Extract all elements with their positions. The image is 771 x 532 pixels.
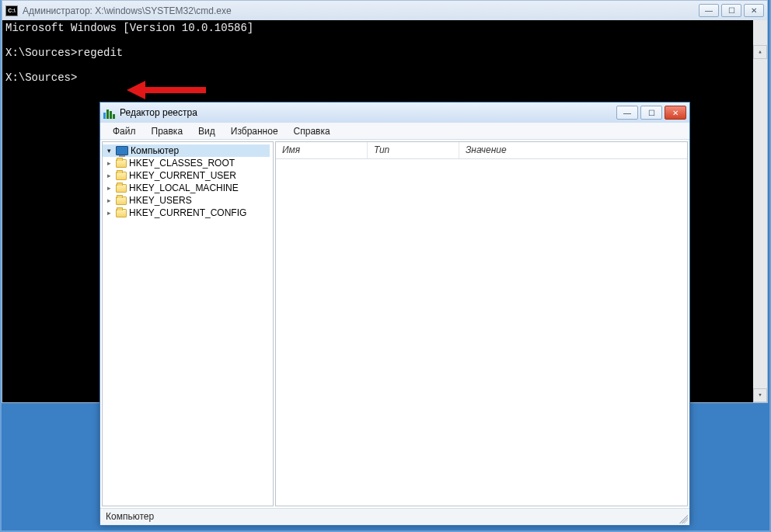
cmd-prompt-1: X:\Sources> (5, 47, 77, 59)
regedit-title: Редактор реестра (120, 107, 197, 118)
expander-icon[interactable] (104, 209, 113, 217)
folder-icon (116, 184, 127, 193)
minimize-button[interactable]: — (699, 4, 719, 17)
column-name[interactable]: Имя (276, 142, 368, 158)
annotation-arrow (127, 81, 212, 99)
folder-icon (116, 209, 127, 217)
menu-edit[interactable]: Правка (144, 124, 191, 138)
cmd-scrollbar[interactable]: ▴ ▾ (753, 20, 767, 402)
column-type[interactable]: Тип (368, 142, 459, 158)
cmd-title: Администратор: X:\windows\SYSTEM32\cmd.e… (23, 5, 232, 16)
regedit-statusbar: Компьютер (100, 508, 689, 525)
tree-label: HKEY_CURRENT_CONFIG (129, 207, 246, 218)
expander-icon[interactable] (104, 147, 113, 155)
menu-favorites[interactable]: Избранное (223, 124, 286, 138)
tree-label-computer: Компьютер (131, 145, 179, 156)
cmd-icon: C:\ (5, 5, 18, 16)
tree-label: HKEY_USERS (129, 195, 192, 206)
column-value[interactable]: Значение (459, 142, 687, 158)
close-button[interactable]: ✕ (744, 4, 764, 17)
menu-help[interactable]: Справка (286, 124, 338, 138)
folder-icon (116, 159, 127, 168)
status-text: Компьютер (106, 511, 154, 522)
expander-icon[interactable] (104, 159, 113, 167)
menu-file[interactable]: Файл (105, 124, 144, 138)
size-grip[interactable] (677, 513, 688, 523)
tree-label: HKEY_LOCAL_MACHINE (129, 183, 239, 193)
regedit-minimize-button[interactable]: — (616, 106, 638, 120)
expander-icon[interactable] (104, 196, 113, 204)
regedit-window: Редактор реестра — ☐ ✕ Файл Правка Вид И… (99, 102, 690, 526)
tree-node-computer[interactable]: Компьютер (103, 144, 270, 157)
listview-header: Имя Тип Значение (276, 142, 687, 159)
regedit-content: Компьютер HKEY_CLASSES_ROOT HKEY_CURRENT… (100, 140, 689, 508)
regedit-maximize-button[interactable]: ☐ (640, 106, 662, 120)
expander-icon[interactable] (104, 172, 113, 179)
tree-node-hku[interactable]: HKEY_USERS (103, 194, 270, 207)
regedit-close-button[interactable]: ✕ (665, 106, 686, 120)
tree-node-hkcr[interactable]: HKEY_CLASSES_ROOT (103, 157, 270, 169)
tree-label: HKEY_CURRENT_USER (129, 170, 236, 181)
registry-tree[interactable]: Компьютер HKEY_CLASSES_ROOT HKEY_CURRENT… (102, 141, 274, 506)
menu-view[interactable]: Вид (190, 124, 223, 138)
cmd-prompt-2: X:\Sources> (5, 71, 77, 84)
maximize-button[interactable]: ☐ (721, 4, 741, 17)
tree-node-hklm[interactable]: HKEY_LOCAL_MACHINE (103, 182, 270, 194)
tree-node-hkcu[interactable]: HKEY_CURRENT_USER (103, 169, 270, 182)
registry-listview[interactable]: Имя Тип Значение (275, 141, 688, 506)
tree-node-hkcc[interactable]: HKEY_CURRENT_CONFIG (103, 207, 270, 219)
folder-icon (116, 196, 127, 205)
cmd-titlebar[interactable]: C:\ Администратор: X:\windows\SYSTEM32\c… (2, 1, 767, 20)
regedit-titlebar[interactable]: Редактор реестра — ☐ ✕ (100, 103, 689, 123)
regedit-icon (103, 106, 116, 119)
scroll-up-button[interactable]: ▴ (753, 45, 767, 59)
cmd-command: regedit (77, 47, 123, 59)
computer-icon (116, 146, 128, 155)
tree-label: HKEY_CLASSES_ROOT (129, 158, 235, 169)
expander-icon[interactable] (104, 184, 113, 192)
scroll-down-button[interactable]: ▾ (753, 388, 767, 402)
cmd-line-version: Microsoft Windows [Version 10.0.10586] (5, 22, 253, 34)
folder-icon (116, 172, 127, 180)
regedit-menubar: Файл Правка Вид Избранное Справка (100, 123, 689, 140)
